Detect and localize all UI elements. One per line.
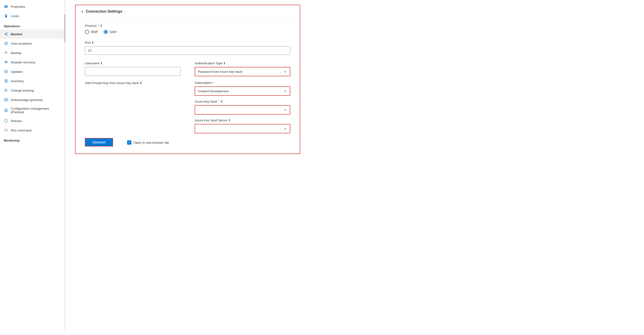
checkmark-icon: ✓ [128,141,130,144]
azure-key-vault-dropdown[interactable] [195,106,290,114]
auth-type-dropdown[interactable]: Password from Azure Key Vault Password S… [195,67,290,76]
bastion-icon [4,32,8,36]
auth-type-dropdown-wrapper: Password from Azure Key Vault Password S… [195,67,290,76]
sidebar-item-backup[interactable]: Backup [0,48,64,58]
sidebar-item-disaster-recovery[interactable]: Disaster recovery [0,58,64,67]
svg-rect-11 [5,80,8,80]
form-content: Protocol * ℹ RDP SSH [76,18,300,154]
sidebar-item-locks[interactable]: Locks [0,11,64,21]
ssh-key-section: SSH Private Key from Azure Key Vault ℹ [85,81,180,133]
azure-key-vault-secret-info-icon[interactable]: ℹ [229,118,230,122]
azure-key-vault-field: Azure Key Vault * ℹ ∨ [195,100,290,115]
username-info-icon[interactable]: ℹ [101,61,102,65]
azure-key-vault-secret-field: Azure Key Vault Secret ℹ ∨ [195,118,290,133]
panel-title: Connection Settings [86,10,122,14]
svg-line-4 [5,33,8,34]
svg-line-5 [5,34,8,36]
open-in-new-tab-checkbox[interactable]: ✓ [127,140,131,145]
auto-shutdown-icon [4,41,8,46]
policies-icon [4,119,8,123]
port-input[interactable] [85,46,290,55]
updates-icon [4,69,8,74]
svg-point-26 [6,129,6,130]
sidebar-item-change-tracking[interactable]: Change tracking [0,86,64,95]
svg-rect-22 [5,110,7,110]
sidebar-section-operations: Operations [0,21,64,29]
svg-rect-23 [5,110,6,111]
protocol-section: Protocol * ℹ RDP SSH [85,24,290,34]
svg-rect-13 [5,82,8,82]
rdp-option[interactable]: RDP [85,30,98,34]
rdp-radio[interactable] [85,30,89,34]
svg-rect-3 [5,16,7,17]
disaster-recovery-icon [4,60,8,65]
auth-type-label: Authentication Type ℹ [195,61,290,65]
sidebar-label-backup: Backup [11,51,21,55]
subscription-label: Subscription * [195,81,290,85]
sidebar-label-disaster-recovery: Disaster recovery [11,61,36,64]
configuration-icon [4,108,8,113]
chevron-up-icon: ∧ [81,10,84,13]
change-tracking-icon [4,88,8,93]
svg-rect-2 [7,5,8,8]
username-label: Username ℹ [85,61,180,65]
sidebar-item-automanage[interactable]: Automanage (preview) [0,95,64,105]
sidebar-item-updates[interactable]: Updates [0,67,64,76]
sidebar-label-auto-shutdown: Auto-shutdown [11,42,32,45]
protocol-info-icon[interactable]: ℹ [100,24,102,28]
sidebar-item-auto-shutdown[interactable]: Auto-shutdown [0,39,64,48]
open-in-new-tab-row: ✓ Open in new browser tab [127,140,169,145]
sidebar-item-properties[interactable]: Properties [0,2,64,11]
connect-button-wrapper: Connect [85,138,113,147]
svg-rect-27 [6,131,7,132]
svg-rect-0 [4,5,5,8]
azure-key-vault-secret-dropdown[interactable] [195,124,290,133]
sidebar-scrollbar[interactable] [64,0,66,330]
svg-rect-1 [6,5,6,8]
azure-key-vault-info-icon[interactable]: ℹ [221,100,222,103]
svg-point-10 [6,71,6,72]
subscription-dropdown-wrapper: Content Development ∨ [195,86,290,96]
svg-rect-15 [5,90,8,90]
protocol-radio-group: RDP SSH [85,30,290,34]
azure-key-vault-dropdown-wrapper: ∨ [195,105,290,115]
subscription-dropdown[interactable]: Content Development [195,87,290,95]
svg-rect-16 [5,91,7,91]
svg-rect-24 [5,111,7,112]
sidebar-label-locks: Locks [11,14,19,18]
sidebar-item-bastion[interactable]: Bastion [0,29,64,39]
ssh-option[interactable]: SSH [104,30,116,34]
ssh-key-label: SSH Private Key from Azure Key Vault ℹ [85,81,180,85]
bottom-actions: Connect ✓ Open in new browser tab [85,138,290,147]
sidebar-label-policies: Policies [11,119,22,123]
sidebar-item-run-command[interactable]: Run command [0,126,64,135]
sidebar-label-properties: Properties [11,5,25,9]
svg-rect-14 [5,89,6,90]
right-col-fields: Subscription * Content Development ∨ [195,81,290,133]
panel-header[interactable]: ∧ Connection Settings [76,5,300,18]
protocol-required: * [98,24,99,28]
svg-point-7 [5,51,7,53]
port-label: Port ℹ [85,41,290,44]
ssh-key-info-icon[interactable]: ℹ [140,81,142,85]
sidebar-item-policies[interactable]: Policies [0,116,64,126]
username-section: Username ℹ [85,61,180,76]
sidebar-item-configuration-mgmt[interactable]: Configuration management (Preview) [0,105,64,116]
username-input-wrapper [85,67,180,76]
protocol-label: Protocol * ℹ [85,24,290,28]
auth-type-info-icon[interactable]: ℹ [224,61,225,65]
sidebar-label-automanage: Automanage (preview) [11,98,43,102]
username-input[interactable] [85,67,180,76]
ssh-radio[interactable] [104,30,108,34]
sidebar-section-monitoring: Monitoring [0,135,64,144]
inventory-icon [4,79,8,83]
port-info-icon[interactable]: ℹ [92,41,93,44]
rdp-label: RDP [91,30,98,34]
sidebar-label-updates: Updates [11,70,22,74]
sidebar-label-inventory: Inventory [11,79,24,83]
connect-button[interactable]: Connect [85,138,113,147]
svg-rect-18 [5,101,7,101]
sidebar: Properties Locks Operations [0,0,66,335]
svg-rect-12 [5,81,8,82]
sidebar-item-inventory[interactable]: Inventory [0,76,64,86]
